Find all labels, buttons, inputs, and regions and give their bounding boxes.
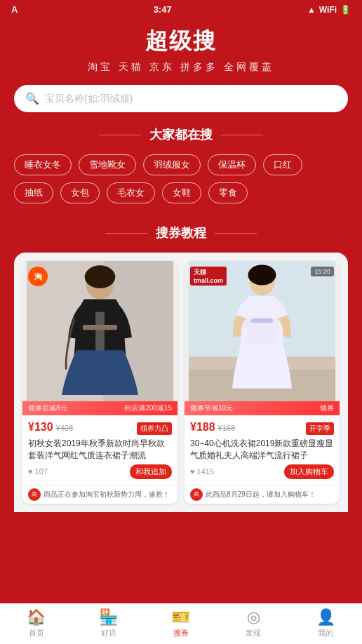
search-icon: 🔍 <box>25 92 39 105</box>
nav-label-home: 首页 <box>29 628 44 638</box>
tutorial-title-wrap: 搜券教程 <box>14 224 348 241</box>
tag-snow-boots[interactable]: 雪地靴女 <box>79 154 136 175</box>
go-buy-btn-1[interactable]: 和我追加 <box>130 464 172 479</box>
status-time: 3:47 <box>154 4 172 15</box>
shop-name-2: 此商品8月29日起，请加入购物车！ <box>206 490 334 499</box>
product-meta-2: ♥ 1415 加入购物车 <box>190 464 334 479</box>
coupon-badge-2[interactable]: 开学季 <box>306 422 334 435</box>
tutorial-section: 搜券教程 <box>0 217 362 523</box>
nav-label-mine: 我的 <box>318 628 333 638</box>
svg-point-9 <box>248 264 276 285</box>
discount-text-1: 领券后减8元 <box>28 403 67 413</box>
coupon-badge-1[interactable]: 领券力凸 <box>137 422 172 435</box>
platform-badge-1: 淘 <box>28 267 48 286</box>
tag-handbag[interactable]: 女包 <box>60 182 100 203</box>
discover-icon: ◎ <box>247 608 260 626</box>
tag-lipstick[interactable]: 口红 <box>263 154 302 175</box>
hot-section-title: 大家都在搜 <box>149 126 213 143</box>
price-current-2: ¥188 <box>190 421 215 434</box>
tag-tissue[interactable]: 抽纸 <box>14 182 53 203</box>
product-image-1: 淘 <box>22 261 177 401</box>
price-row-2: ¥188 ¥168 开学季 <box>190 421 334 435</box>
go-buy-btn-2[interactable]: 加入购物车 <box>284 464 334 479</box>
nav-item-mine[interactable]: 👤 我的 <box>304 608 347 638</box>
hot-section-header: 大家都在搜 <box>14 126 348 143</box>
status-bar: A 3:47 ▲ WiFi 🔋 <box>0 0 362 19</box>
nav-label-discover: 发现 <box>246 628 261 638</box>
likes-count-2: 1415 <box>197 467 214 476</box>
tag-sweater[interactable]: 毛衣女 <box>107 182 155 203</box>
status-icons: ▲ WiFi 🔋 <box>307 5 351 15</box>
battery-icon: 🔋 <box>340 5 351 15</box>
product-card-1[interactable]: 淘 领券后减8元 到店满200减15 ¥130 ¥408 领券力凸 初秋女装20… <box>22 261 177 504</box>
likes-count-1: 107 <box>35 467 48 476</box>
svg-rect-4 <box>83 325 117 330</box>
tag-down-jacket[interactable]: 羽绒服女 <box>143 154 201 175</box>
nav-item-coupon[interactable]: 🎫 搜券 <box>160 608 202 638</box>
app-title: 超级搜 <box>14 26 348 57</box>
svg-point-3 <box>85 265 116 288</box>
screen-overlay-2: 15:20 <box>311 267 334 276</box>
divider-right <box>221 135 263 135</box>
price-current-1: ¥130 <box>28 421 53 434</box>
discount-strip-1: 领券后减8元 到店满200减15 <box>22 401 177 415</box>
main-content: A 3:47 ▲ WiFi 🔋 超级搜 淘宝 天猫 京东 拼多多 全网覆盖 🔍 … <box>0 0 362 565</box>
tag-snacks[interactable]: 零食 <box>208 182 248 203</box>
product-title-2: 30~40心机洗衣裙2019新款重磅显瘦显气质婚礼夫人高端洋气流行裙子 <box>190 438 334 462</box>
nav-label-store: 好店 <box>101 628 116 638</box>
search-bar[interactable]: 🔍 宝贝名称(如:羽绒服) <box>14 85 348 112</box>
tutorial-title: 搜券教程 <box>156 224 206 241</box>
home-icon: 🏠 <box>27 608 46 626</box>
product-info-2: ¥188 ¥168 开学季 30~40心机洗衣裙2019新款重磅显瘦显气质婚礼夫… <box>185 415 340 485</box>
discount-text-2: 领券节省10元 <box>190 403 233 413</box>
product-likes-2: ♥ 1415 <box>190 467 214 476</box>
product-image-2: 天猫tmall.com 15:20 <box>185 261 340 401</box>
shop-avatar-2: 商 <box>190 488 203 501</box>
product-info-1: ¥130 ¥408 领券力凸 初秋女装2019年秋季新款时尚早秋款套装洋气网红气… <box>22 415 177 485</box>
shop-avatar-1: 商 <box>28 488 41 501</box>
wifi-icon: WiFi <box>319 5 337 15</box>
tutorial-divider-right <box>215 233 257 234</box>
search-placeholder-text: 宝贝名称(如:羽绒服) <box>45 93 133 105</box>
store-icon: 🏪 <box>99 608 118 626</box>
platform-badge-2: 天猫tmall.com <box>190 267 227 286</box>
shop-name-1: 商品正在参加淘宝初秋新势力周，速抢！ <box>43 490 172 499</box>
product-title-1: 初秋女装2019年秋季新款时尚早秋款套装洋气网红气质连衣裙子潮流 <box>28 438 172 462</box>
coupon-icon: 🎫 <box>171 608 190 626</box>
product-card-2[interactable]: 天猫tmall.com 15:20 领券节省10元 领券 ¥188 ¥168 开… <box>185 261 340 504</box>
carrier-label: A <box>11 4 18 15</box>
price-original-1: ¥408 <box>56 424 73 432</box>
search-container: 🔍 宝贝名称(如:羽绒服) <box>0 85 362 126</box>
discount-strip-2: 领券节省10元 领券 <box>185 401 340 415</box>
product-likes-1: ♥ 107 <box>28 467 48 476</box>
header: 超级搜 淘宝 天猫 京东 拼多多 全网覆盖 <box>0 19 362 85</box>
price-row-1: ¥130 ¥408 领券力凸 <box>28 421 172 435</box>
svg-rect-10 <box>251 318 273 323</box>
bottom-nav: 🏠 首页 🏪 好店 🎫 搜券 ◎ 发现 👤 我的 <box>0 603 362 644</box>
heart-icon-2: ♥ <box>190 467 195 476</box>
nav-label-coupon: 搜券 <box>173 628 189 638</box>
nav-item-store[interactable]: 🏪 好店 <box>88 608 130 638</box>
hot-section: 大家都在搜 睡衣女冬 雪地靴女 羽绒服女 保温杯 口红 抽纸 女包 毛衣女 女鞋… <box>0 126 362 217</box>
products-grid: 淘 领券后减8元 到店满200减15 ¥130 ¥408 领券力凸 初秋女装20… <box>14 253 348 512</box>
tag-pajamas[interactable]: 睡衣女冬 <box>14 154 72 175</box>
platforms-subtitle: 淘宝 天猫 京东 拼多多 全网覆盖 <box>14 61 348 74</box>
heart-icon-1: ♥ <box>28 467 33 476</box>
tag-shoes[interactable]: 女鞋 <box>162 182 201 203</box>
product-meta-1: ♥ 107 和我追加 <box>28 464 172 479</box>
tag-thermos[interactable]: 保温杯 <box>208 154 256 175</box>
hot-tags-container: 睡衣女冬 雪地靴女 羽绒服女 保温杯 口红 抽纸 女包 毛衣女 女鞋 零食 <box>14 154 348 203</box>
shop-discount-1: 到店满200减15 <box>124 403 172 413</box>
price-original-2: ¥168 <box>218 424 235 432</box>
nav-item-home[interactable]: 🏠 首页 <box>15 608 58 638</box>
coupon-label-2: 领券 <box>320 403 334 413</box>
nav-item-discover[interactable]: ◎ 发现 <box>232 608 274 638</box>
signal-icon: ▲ <box>307 5 316 15</box>
shop-info-1: 商 商品正在参加淘宝初秋新势力周，速抢！ <box>22 485 177 504</box>
tutorial-divider-left <box>105 233 147 234</box>
mine-icon: 👤 <box>316 608 335 626</box>
divider-left <box>99 135 141 135</box>
shop-info-2: 商 此商品8月29日起，请加入购物车！ <box>185 485 340 504</box>
